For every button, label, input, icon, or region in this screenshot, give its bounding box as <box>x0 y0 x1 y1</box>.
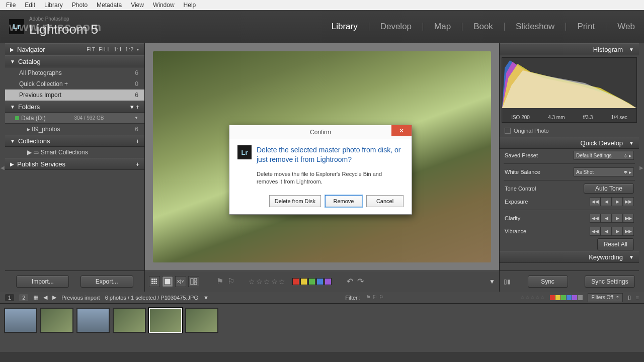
rotate-cw-icon[interactable]: ↷ <box>357 277 364 286</box>
catalog-quick-collection[interactable]: Quick Collection +0 <box>5 78 144 89</box>
filter-colors[interactable] <box>550 295 583 300</box>
vibrance-stepper[interactable]: ◀◀◀▶▶▶ <box>590 227 634 236</box>
remove-button[interactable]: Remove <box>325 195 362 207</box>
plus-icon[interactable]: + <box>135 160 139 168</box>
filter-flag-icon[interactable]: ⚑ ⚐ ⚐ <box>366 294 384 301</box>
navigator-header[interactable]: ▶Navigator FIT FILL 1:1 1:2 ▾ <box>5 43 144 55</box>
sync-settings-button[interactable]: Sync Settings <box>585 276 635 288</box>
catalog-header[interactable]: ▼Catalog <box>5 55 144 67</box>
menu-library[interactable]: Library <box>40 1 67 10</box>
histogram-header[interactable]: Histogram▼ <box>500 43 639 55</box>
flag-reject-icon[interactable]: ⚐ <box>227 277 234 286</box>
grid-icon[interactable]: ▦ <box>33 294 38 301</box>
label-blue[interactable] <box>316 278 324 285</box>
disk-volume[interactable]: Data (D:) 304 / 932 GB ▼ <box>5 113 144 124</box>
flag-pick-icon[interactable]: ⚑ <box>216 277 223 286</box>
thumb-5[interactable] <box>149 308 182 333</box>
histogram-display[interactable]: ISO 200 4.3 mm f/3.3 1/4 sec <box>502 57 637 123</box>
nav-1-1[interactable]: 1:1 <box>114 47 122 52</box>
filters-off-select[interactable]: Filters Off≑ <box>588 293 622 302</box>
filter-lock-icon[interactable]: ▯ <box>628 294 631 301</box>
chevron-down-icon[interactable]: ▼ <box>134 116 138 120</box>
menu-edit[interactable]: Edit <box>21 1 39 10</box>
delete-from-disk-button[interactable]: Delete from Disk <box>269 195 321 207</box>
thumb-2[interactable] <box>40 308 73 333</box>
chevron-down-icon[interactable]: ▾ <box>137 47 139 52</box>
menu-window[interactable]: Window <box>149 1 179 10</box>
module-map[interactable]: Map <box>434 22 451 32</box>
thumb-6[interactable] <box>185 308 218 333</box>
auto-tone-button[interactable]: Auto Tone <box>584 184 634 194</box>
source-dropdown-icon[interactable]: ▼ <box>203 295 209 301</box>
folders-header[interactable]: ▼Folders▾ + <box>5 101 144 113</box>
rating-stars[interactable]: ☆☆☆☆☆ <box>249 278 285 286</box>
import-button[interactable]: Import... <box>16 276 69 288</box>
menu-metadata[interactable]: Metadata <box>93 1 126 10</box>
cancel-button[interactable]: Cancel <box>366 195 404 207</box>
confirm-dialog: Confirm ✕ Lr Delete the selected master … <box>229 125 412 215</box>
toolbar-menu-icon[interactable]: ▼ <box>489 278 495 285</box>
source-label[interactable]: Previous import <box>61 295 100 301</box>
monitor-1[interactable]: 1 <box>5 294 14 301</box>
left-edge-collapse[interactable]: ◀ <box>0 43 5 292</box>
monitor-2[interactable]: 2 <box>19 294 28 301</box>
label-green[interactable] <box>308 278 315 285</box>
loupe-view-icon[interactable] <box>162 276 173 287</box>
sort-icon[interactable]: ≡ <box>636 295 639 301</box>
saved-preset-select[interactable]: Default Settings≑ ▸ <box>574 151 634 160</box>
thumb-1[interactable] <box>4 308 37 333</box>
nav-forward-icon[interactable]: ▶ <box>52 294 56 301</box>
survey-view-icon[interactable] <box>188 276 199 287</box>
menu-photo[interactable]: Photo <box>68 1 92 10</box>
collections-header[interactable]: ▼Collections+ <box>5 135 144 147</box>
keywording-header[interactable]: Keywording▼ <box>500 251 639 263</box>
quick-develop-header[interactable]: Quick Develop▼ <box>500 137 639 149</box>
nav-back-icon[interactable]: ◀ <box>43 294 47 301</box>
original-photo-toggle[interactable]: Original Photo <box>500 125 639 137</box>
thumb-4[interactable] <box>113 308 146 333</box>
filmstrip-thumbs <box>0 304 644 337</box>
wb-select[interactable]: As Shot≑ ▸ <box>574 167 634 176</box>
filter-stars[interactable]: ☆☆☆☆☆ <box>520 295 545 300</box>
right-edge-collapse[interactable]: ▶ <box>639 43 644 292</box>
vibrance-label: Vibrance <box>505 228 526 234</box>
compare-view-icon[interactable]: X|Y <box>175 276 186 287</box>
label-red[interactable] <box>292 278 299 285</box>
catalog-previous-import[interactable]: Previous Import6 <box>5 89 144 101</box>
hist-shutter: 1/4 sec <box>611 115 627 120</box>
nav-fit[interactable]: FIT <box>87 47 96 52</box>
export-button[interactable]: Export... <box>80 276 133 288</box>
filmstrip-bar: 1 2 ▦ ◀ ▶ Previous import 6 photos / 1 s… <box>0 292 644 304</box>
thumb-3[interactable] <box>76 308 110 333</box>
module-develop[interactable]: Develop <box>380 22 412 32</box>
module-slideshow[interactable]: Slideshow <box>516 22 555 32</box>
menu-view[interactable]: View <box>127 1 148 10</box>
nav-1-2[interactable]: 1:2 <box>125 47 134 52</box>
catalog-all-photographs[interactable]: All Photographs6 <box>5 67 144 78</box>
sync-button[interactable]: Sync <box>528 276 568 288</box>
module-library[interactable]: Library <box>332 22 358 32</box>
clarity-stepper[interactable]: ◀◀◀▶▶▶ <box>590 214 634 223</box>
reset-all-button[interactable]: Reset All <box>597 238 634 250</box>
dialog-close-button[interactable]: ✕ <box>391 125 412 136</box>
module-web[interactable]: Web <box>617 22 635 32</box>
menu-file[interactable]: File <box>2 1 20 10</box>
svg-rect-4 <box>153 281 155 282</box>
smart-collections[interactable]: ▶ ▭ Smart Collections <box>5 147 144 158</box>
exposure-stepper[interactable]: ◀◀◀▶▶▶ <box>590 197 634 206</box>
label-yellow[interactable] <box>300 278 307 285</box>
module-book[interactable]: Book <box>473 22 493 32</box>
nav-fill[interactable]: FILL <box>99 47 111 52</box>
grid-view-icon[interactable] <box>149 276 160 287</box>
plus-icon[interactable]: + <box>135 137 139 145</box>
svg-rect-5 <box>155 281 157 282</box>
folder-09-photos[interactable]: ▸ 09_photos6 <box>5 124 144 135</box>
rotate-ccw-icon[interactable]: ↶ <box>347 277 353 286</box>
publish-header[interactable]: ▶Publish Services+ <box>5 158 144 170</box>
svg-rect-6 <box>151 283 153 284</box>
sync-toggle-icon[interactable]: ▯▮ <box>504 278 511 285</box>
module-print[interactable]: Print <box>577 22 595 32</box>
label-purple[interactable] <box>325 278 332 285</box>
menu-help[interactable]: Help <box>180 1 200 10</box>
folders-options-icon[interactable]: ▾ + <box>130 103 139 111</box>
